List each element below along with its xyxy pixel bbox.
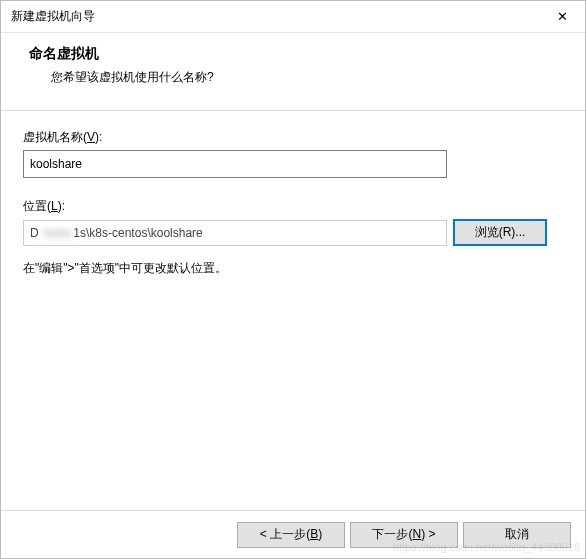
vm-name-input[interactable]	[23, 150, 447, 178]
window-title: 新建虚拟机向导	[11, 8, 95, 25]
next-button[interactable]: 下一步(N) >	[350, 522, 458, 548]
location-input[interactable]: D:\xxxx1s\k8s-centos\koolshare	[23, 220, 447, 246]
page-subtitle: 您希望该虚拟机使用什么名称?	[29, 69, 565, 86]
new-vm-wizard-dialog: 新建虚拟机向导 ✕ 命名虚拟机 您希望该虚拟机使用什么名称? 虚拟机名称(V):…	[0, 0, 586, 559]
content-area: 虚拟机名称(V): 位置(L): D:\xxxx1s\k8s-centos\ko…	[1, 110, 585, 510]
cancel-button[interactable]: 取消	[463, 522, 571, 548]
button-bar: < 上一步(B) 下一步(N) > 取消	[1, 510, 585, 558]
wizard-header: 命名虚拟机 您希望该虚拟机使用什么名称?	[1, 33, 585, 102]
close-button[interactable]: ✕	[539, 1, 585, 32]
location-label: 位置(L):	[23, 198, 563, 215]
location-hint: 在"编辑">"首选项"中可更改默认位置。	[23, 260, 563, 277]
browse-button[interactable]: 浏览(R)...	[453, 219, 547, 246]
close-icon: ✕	[557, 9, 568, 24]
vm-name-label: 虚拟机名称(V):	[23, 129, 563, 146]
page-title: 命名虚拟机	[29, 45, 565, 63]
titlebar: 新建虚拟机向导 ✕	[1, 1, 585, 33]
back-button[interactable]: < 上一步(B)	[237, 522, 345, 548]
